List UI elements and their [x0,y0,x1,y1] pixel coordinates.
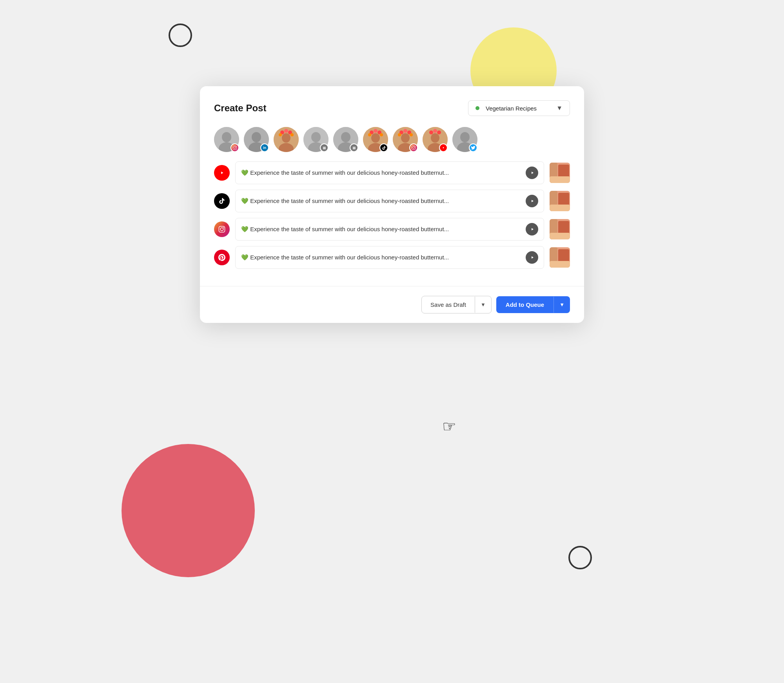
svg-point-7 [252,132,261,142]
profile-group-dropdown[interactable]: Vegetarian Recipes ▼ [468,100,570,116]
cursor-hand-icon: ☞ [442,417,456,435]
post-text-1: 💚 Experience the taste of summer with ou… [241,169,522,176]
svg-marker-64 [532,200,534,202]
svg-rect-76 [550,233,570,239]
svg-marker-58 [221,172,223,174]
svg-point-53 [437,130,441,134]
post-thumb-img-2 [550,191,570,211]
avatars-row: in [214,127,570,152]
svg-point-38 [401,133,410,143]
svg-point-24 [341,132,350,142]
svg-point-10 [282,133,290,143]
svg-rect-68 [550,205,570,211]
avatar-face-svg-3 [274,127,299,152]
post-thumbnail-2 [550,191,570,211]
svg-point-47 [414,147,415,147]
svg-point-46 [413,147,415,149]
post-thumb-img-1 [550,163,570,183]
svg-point-56 [460,132,470,142]
avatar-1[interactable] [214,127,239,152]
post-row-2: 💚 Experience the taste of summer with ou… [214,190,570,212]
svg-marker-77 [532,256,534,259]
avatar-6[interactable] [363,127,388,152]
avatar-badge-buffer-2 [350,143,358,152]
svg-point-35 [368,133,371,136]
svg-point-43 [398,133,401,136]
avatar-badge-instagram-1 [230,143,239,152]
avatar-4[interactable] [303,127,328,152]
save-draft-button-group[interactable]: Save as Draft ▼ [421,296,492,313]
post-textbox-3[interactable]: 💚 Experience the taste of summer with ou… [235,218,544,241]
svg-point-16 [290,133,294,136]
post-play-btn-3[interactable] [526,223,538,236]
svg-marker-54 [443,147,444,149]
svg-rect-63 [550,176,570,183]
avatar-7[interactable] [393,127,418,152]
svg-point-51 [429,130,433,134]
pinterest-platform-icon[interactable] [214,250,230,265]
post-thumb-img-4 [550,247,570,268]
avatar-badge-buffer [320,143,328,152]
post-row-4: 💚 Experience the taste of summer with ou… [214,246,570,269]
avatar-badge-youtube [439,143,448,152]
avatar-badge-twitter [469,143,477,152]
save-draft-dropdown-arrow[interactable]: ▼ [475,297,491,313]
svg-rect-28 [352,149,355,149]
svg-point-44 [410,133,413,136]
add-to-queue-button-group[interactable]: Add to Queue ▼ [496,296,570,313]
avatar-5[interactable] [333,127,358,152]
svg-point-1 [222,132,231,142]
tiktok-platform-icon[interactable] [214,193,230,209]
bg-ring-top [169,24,192,47]
svg-marker-59 [532,172,534,174]
svg-rect-22 [323,149,325,149]
modal-footer: Save as Draft ▼ Add to Queue ▼ [200,286,584,323]
svg-point-4 [234,147,236,149]
svg-marker-72 [532,228,534,230]
svg-point-49 [431,133,439,143]
post-text-2: 💚 Experience the taste of summer with ou… [241,197,522,205]
svg-point-13 [284,129,288,133]
post-row-1: 💚 Experience the taste of summer with ou… [214,161,570,184]
svg-point-71 [223,227,224,228]
post-thumb-img-3 [550,219,570,239]
instagram-platform-icon[interactable] [214,221,230,237]
avatar-badge-instagram-2 [409,143,418,152]
post-play-btn-4[interactable] [526,251,538,264]
avatar-badge-tiktok [379,143,388,152]
avatar-2[interactable]: in [244,127,269,152]
linkedin-icon-text: in [263,146,266,150]
post-thumbnail-1 [550,163,570,183]
svg-point-36 [380,133,383,136]
save-draft-button[interactable]: Save as Draft [422,296,475,313]
avatar-9[interactable] [452,127,477,152]
modal-header: Create Post Vegetarian Recipes ▼ [214,100,570,116]
add-to-queue-button[interactable]: Add to Queue [496,296,554,313]
dropdown-active-dot [475,106,479,110]
svg-point-52 [433,129,437,133]
svg-point-5 [236,147,236,147]
svg-point-18 [311,132,321,142]
chevron-down-icon: ▼ [556,105,563,112]
avatar-badge-linkedin: in [260,143,269,152]
post-textbox-1[interactable]: 💚 Experience the taste of summer with ou… [235,161,544,184]
post-play-btn-2[interactable] [526,195,538,207]
add-to-queue-dropdown-arrow[interactable]: ▼ [554,297,570,313]
post-row-3: 💚 Experience the taste of summer with ou… [214,218,570,241]
svg-rect-45 [412,146,416,150]
svg-rect-3 [233,146,237,150]
youtube-platform-icon[interactable] [214,165,230,181]
avatar-3[interactable] [274,127,299,152]
svg-rect-27 [352,148,355,148]
svg-rect-69 [219,226,225,232]
post-text-3: 💚 Experience the taste of summer with ou… [241,226,522,233]
post-textbox-2[interactable]: 💚 Experience the taste of summer with ou… [235,190,544,212]
bg-circle-red [122,444,255,577]
svg-rect-26 [352,147,355,147]
post-text-4: 💚 Experience the taste of summer with ou… [241,254,522,261]
post-play-btn-1[interactable] [526,167,538,179]
post-textbox-4[interactable]: 💚 Experience the taste of summer with ou… [235,246,544,269]
svg-point-41 [403,129,407,133]
bg-ring-bottom [568,546,592,569]
avatar-8[interactable] [423,127,448,152]
